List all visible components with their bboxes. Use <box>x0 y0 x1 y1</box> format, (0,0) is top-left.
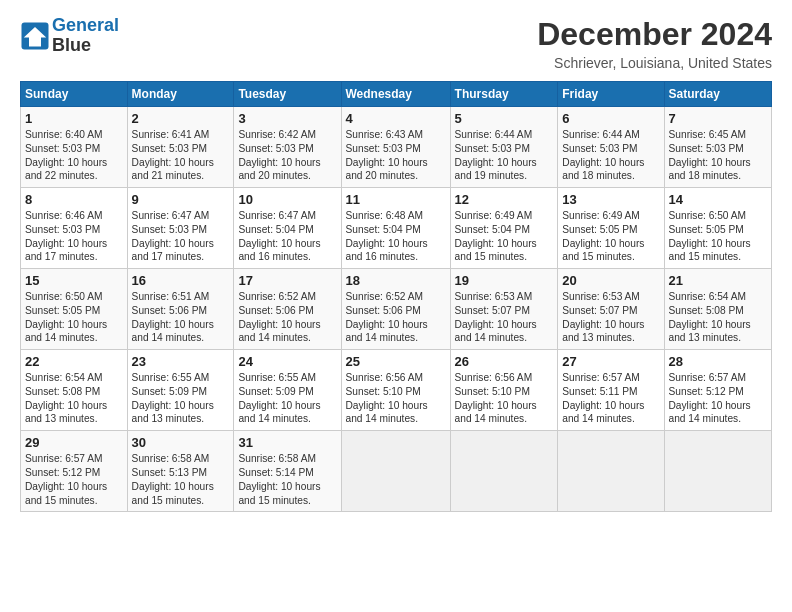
header-tuesday: Tuesday <box>234 82 341 107</box>
day-number: 7 <box>669 111 768 126</box>
calendar-cell: 29 Sunrise: 6:57 AM Sunset: 5:12 PM Dayl… <box>21 431 128 512</box>
day-info: Sunrise: 6:48 AM Sunset: 5:04 PM Dayligh… <box>346 209 446 264</box>
calendar-cell: 10 Sunrise: 6:47 AM Sunset: 5:04 PM Dayl… <box>234 188 341 269</box>
day-number: 16 <box>132 273 230 288</box>
calendar-cell: 21 Sunrise: 6:54 AM Sunset: 5:08 PM Dayl… <box>664 269 772 350</box>
day-info: Sunrise: 6:53 AM Sunset: 5:07 PM Dayligh… <box>562 290 659 345</box>
day-info: Sunrise: 6:42 AM Sunset: 5:03 PM Dayligh… <box>238 128 336 183</box>
day-number: 3 <box>238 111 336 126</box>
calendar-cell: 28 Sunrise: 6:57 AM Sunset: 5:12 PM Dayl… <box>664 350 772 431</box>
day-number: 14 <box>669 192 768 207</box>
day-number: 10 <box>238 192 336 207</box>
day-number: 6 <box>562 111 659 126</box>
day-info: Sunrise: 6:50 AM Sunset: 5:05 PM Dayligh… <box>25 290 123 345</box>
calendar-week-row: 29 Sunrise: 6:57 AM Sunset: 5:12 PM Dayl… <box>21 431 772 512</box>
day-info: Sunrise: 6:45 AM Sunset: 5:03 PM Dayligh… <box>669 128 768 183</box>
header-sunday: Sunday <box>21 82 128 107</box>
calendar-cell: 15 Sunrise: 6:50 AM Sunset: 5:05 PM Dayl… <box>21 269 128 350</box>
calendar-cell: 16 Sunrise: 6:51 AM Sunset: 5:06 PM Dayl… <box>127 269 234 350</box>
logo-icon <box>20 21 50 51</box>
calendar-cell: 27 Sunrise: 6:57 AM Sunset: 5:11 PM Dayl… <box>558 350 664 431</box>
calendar-cell: 19 Sunrise: 6:53 AM Sunset: 5:07 PM Dayl… <box>450 269 558 350</box>
day-info: Sunrise: 6:57 AM Sunset: 5:12 PM Dayligh… <box>669 371 768 426</box>
calendar-table: Sunday Monday Tuesday Wednesday Thursday… <box>20 81 772 512</box>
logo-text: General Blue <box>52 16 119 56</box>
day-info: Sunrise: 6:58 AM Sunset: 5:13 PM Dayligh… <box>132 452 230 507</box>
day-info: Sunrise: 6:56 AM Sunset: 5:10 PM Dayligh… <box>455 371 554 426</box>
header-saturday: Saturday <box>664 82 772 107</box>
day-info: Sunrise: 6:52 AM Sunset: 5:06 PM Dayligh… <box>238 290 336 345</box>
calendar-cell: 4 Sunrise: 6:43 AM Sunset: 5:03 PM Dayli… <box>341 107 450 188</box>
day-number: 30 <box>132 435 230 450</box>
calendar-cell: 5 Sunrise: 6:44 AM Sunset: 5:03 PM Dayli… <box>450 107 558 188</box>
day-info: Sunrise: 6:55 AM Sunset: 5:09 PM Dayligh… <box>238 371 336 426</box>
logo: General Blue <box>20 16 119 56</box>
day-number: 24 <box>238 354 336 369</box>
day-number: 25 <box>346 354 446 369</box>
header-thursday: Thursday <box>450 82 558 107</box>
calendar-cell: 23 Sunrise: 6:55 AM Sunset: 5:09 PM Dayl… <box>127 350 234 431</box>
day-number: 1 <box>25 111 123 126</box>
day-info: Sunrise: 6:47 AM Sunset: 5:03 PM Dayligh… <box>132 209 230 264</box>
day-info: Sunrise: 6:44 AM Sunset: 5:03 PM Dayligh… <box>455 128 554 183</box>
calendar-cell: 30 Sunrise: 6:58 AM Sunset: 5:13 PM Dayl… <box>127 431 234 512</box>
calendar-cell: 12 Sunrise: 6:49 AM Sunset: 5:04 PM Dayl… <box>450 188 558 269</box>
page: General Blue December 2024 Schriever, Lo… <box>0 0 792 612</box>
day-info: Sunrise: 6:57 AM Sunset: 5:12 PM Dayligh… <box>25 452 123 507</box>
header-monday: Monday <box>127 82 234 107</box>
day-info: Sunrise: 6:40 AM Sunset: 5:03 PM Dayligh… <box>25 128 123 183</box>
calendar-cell: 24 Sunrise: 6:55 AM Sunset: 5:09 PM Dayl… <box>234 350 341 431</box>
calendar-cell: 13 Sunrise: 6:49 AM Sunset: 5:05 PM Dayl… <box>558 188 664 269</box>
day-info: Sunrise: 6:53 AM Sunset: 5:07 PM Dayligh… <box>455 290 554 345</box>
calendar-cell: 22 Sunrise: 6:54 AM Sunset: 5:08 PM Dayl… <box>21 350 128 431</box>
day-number: 18 <box>346 273 446 288</box>
day-number: 8 <box>25 192 123 207</box>
day-number: 2 <box>132 111 230 126</box>
day-info: Sunrise: 6:50 AM Sunset: 5:05 PM Dayligh… <box>669 209 768 264</box>
day-info: Sunrise: 6:44 AM Sunset: 5:03 PM Dayligh… <box>562 128 659 183</box>
day-info: Sunrise: 6:57 AM Sunset: 5:11 PM Dayligh… <box>562 371 659 426</box>
calendar-cell <box>664 431 772 512</box>
day-info: Sunrise: 6:58 AM Sunset: 5:14 PM Dayligh… <box>238 452 336 507</box>
day-number: 23 <box>132 354 230 369</box>
day-number: 21 <box>669 273 768 288</box>
calendar-cell: 31 Sunrise: 6:58 AM Sunset: 5:14 PM Dayl… <box>234 431 341 512</box>
title-block: December 2024 Schriever, Louisiana, Unit… <box>537 16 772 71</box>
calendar-cell: 25 Sunrise: 6:56 AM Sunset: 5:10 PM Dayl… <box>341 350 450 431</box>
calendar-cell: 9 Sunrise: 6:47 AM Sunset: 5:03 PM Dayli… <box>127 188 234 269</box>
day-number: 9 <box>132 192 230 207</box>
day-number: 22 <box>25 354 123 369</box>
day-number: 31 <box>238 435 336 450</box>
day-info: Sunrise: 6:51 AM Sunset: 5:06 PM Dayligh… <box>132 290 230 345</box>
day-info: Sunrise: 6:56 AM Sunset: 5:10 PM Dayligh… <box>346 371 446 426</box>
day-info: Sunrise: 6:47 AM Sunset: 5:04 PM Dayligh… <box>238 209 336 264</box>
header: General Blue December 2024 Schriever, Lo… <box>20 16 772 71</box>
header-friday: Friday <box>558 82 664 107</box>
day-number: 28 <box>669 354 768 369</box>
calendar-cell: 18 Sunrise: 6:52 AM Sunset: 5:06 PM Dayl… <box>341 269 450 350</box>
day-info: Sunrise: 6:54 AM Sunset: 5:08 PM Dayligh… <box>25 371 123 426</box>
calendar-cell: 26 Sunrise: 6:56 AM Sunset: 5:10 PM Dayl… <box>450 350 558 431</box>
calendar-cell: 1 Sunrise: 6:40 AM Sunset: 5:03 PM Dayli… <box>21 107 128 188</box>
calendar-cell: 7 Sunrise: 6:45 AM Sunset: 5:03 PM Dayli… <box>664 107 772 188</box>
day-number: 26 <box>455 354 554 369</box>
day-number: 5 <box>455 111 554 126</box>
day-info: Sunrise: 6:54 AM Sunset: 5:08 PM Dayligh… <box>669 290 768 345</box>
day-number: 13 <box>562 192 659 207</box>
calendar-week-row: 22 Sunrise: 6:54 AM Sunset: 5:08 PM Dayl… <box>21 350 772 431</box>
calendar-cell: 20 Sunrise: 6:53 AM Sunset: 5:07 PM Dayl… <box>558 269 664 350</box>
day-info: Sunrise: 6:49 AM Sunset: 5:04 PM Dayligh… <box>455 209 554 264</box>
calendar-cell: 3 Sunrise: 6:42 AM Sunset: 5:03 PM Dayli… <box>234 107 341 188</box>
calendar-header-row: Sunday Monday Tuesday Wednesday Thursday… <box>21 82 772 107</box>
calendar-cell: 8 Sunrise: 6:46 AM Sunset: 5:03 PM Dayli… <box>21 188 128 269</box>
day-number: 15 <box>25 273 123 288</box>
calendar-cell: 17 Sunrise: 6:52 AM Sunset: 5:06 PM Dayl… <box>234 269 341 350</box>
calendar-cell: 6 Sunrise: 6:44 AM Sunset: 5:03 PM Dayli… <box>558 107 664 188</box>
calendar-cell <box>341 431 450 512</box>
day-info: Sunrise: 6:52 AM Sunset: 5:06 PM Dayligh… <box>346 290 446 345</box>
day-number: 20 <box>562 273 659 288</box>
calendar-cell <box>450 431 558 512</box>
header-wednesday: Wednesday <box>341 82 450 107</box>
day-info: Sunrise: 6:43 AM Sunset: 5:03 PM Dayligh… <box>346 128 446 183</box>
day-number: 12 <box>455 192 554 207</box>
